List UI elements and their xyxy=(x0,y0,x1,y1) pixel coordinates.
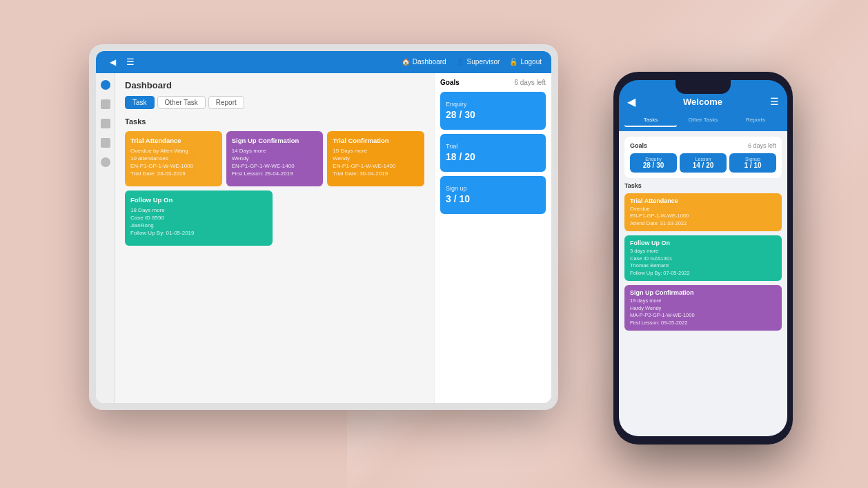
tab-report[interactable]: Report xyxy=(208,96,244,109)
tablet-topbar-left: ◀ ☰ xyxy=(106,55,135,69)
task-card-follow-up[interactable]: Follow Up On 18 Days more Case ID 8590 J… xyxy=(125,191,273,246)
phone-task-signup-confirmation[interactable]: Sign Up Confirmation 19 days more Hardy … xyxy=(624,285,782,331)
tablet-main-content: Dashboard Task Other Task Report Tasks T… xyxy=(115,73,434,403)
phone-screen: ◀ Welcome ☰ Tasks Other Tasks Reports Go… xyxy=(619,80,787,436)
phone-task-3-sub: 19 days more Hardy Wendy MA-P-P2-GP-1-W-… xyxy=(630,297,776,326)
card-sub-4: 18 Days more Case ID 8590 JianRong Follo… xyxy=(130,206,267,237)
goal-card-trial[interactable]: Trial 18 / 20 xyxy=(440,134,546,172)
goals-header: Goals 6 days left xyxy=(440,79,546,86)
supervisor-nav[interactable]: 👤 Supervisor xyxy=(456,58,500,66)
tab-other-task[interactable]: Other Task xyxy=(157,96,206,109)
user-icon: 👤 xyxy=(456,58,464,66)
dashboard-nav[interactable]: 🏠 Dashboard xyxy=(402,58,446,66)
phone-goal-enquiry[interactable]: Enquiry 28 / 30 xyxy=(630,153,677,173)
task-card-signup-confirmation[interactable]: Sign Up Confirmation 14 Days more Wendy … xyxy=(226,131,324,186)
phone-header-title: Welcome xyxy=(683,97,722,107)
card-title-2: Sign Up Confirmation xyxy=(232,137,318,144)
tab-row: Task Other Task Report xyxy=(125,96,424,109)
scene: ◀ ☰ 🏠 Dashboard 👤 Supervisor 🔓 Logout xyxy=(55,30,813,458)
logout-icon: 🔓 xyxy=(509,58,517,66)
goals-cards: Enquiry 28 / 30 Trial 18 / 20 Sign up 3 … xyxy=(440,92,546,214)
phone-task-follow-up[interactable]: Follow Up On 3 days more Case ID GZA1301… xyxy=(624,235,782,281)
task-card-trial-attendance[interactable]: Trial Attendance Overdue by Allen Wang 1… xyxy=(125,131,222,186)
logout-nav[interactable]: 🔓 Logout xyxy=(509,58,542,66)
tasks-label: Tasks xyxy=(125,117,424,126)
phone-back-icon[interactable]: ◀ xyxy=(627,95,635,108)
tablet-topbar: ◀ ☰ 🏠 Dashboard 👤 Supervisor 🔓 Logout xyxy=(96,51,551,73)
phone-tab-tasks[interactable]: Tasks xyxy=(624,114,677,127)
sidebar-icon-2[interactable] xyxy=(101,99,110,109)
card-sub-1: Overdue by Allen Wang 10 attendances EN-… xyxy=(130,147,217,178)
card-title-1: Trial Attendance xyxy=(130,137,217,144)
phone-task-trial-attendance[interactable]: Trial Attendance Overdue EN-P1-GP-1-W-WE… xyxy=(624,193,782,232)
app-logo: ◀ xyxy=(106,55,119,69)
card-sub-3: 15 Days more Wendy EN-P1-GP-1-W-WE-1400 … xyxy=(333,147,419,178)
phone-task-2-sub: 3 days more Case ID GZA1301 Thomas Berna… xyxy=(630,248,776,277)
phone-menu-icon[interactable]: ☰ xyxy=(770,96,779,107)
phone-tabs: Tasks Other Tasks Reports xyxy=(619,114,787,131)
phone-goal-signup[interactable]: Signup 1 / 10 xyxy=(729,153,776,173)
tablet-topbar-right: 🏠 Dashboard 👤 Supervisor 🔓 Logout xyxy=(402,58,542,66)
card-title-4: Follow Up On xyxy=(130,196,267,204)
card-sub-2: 14 Days more Wendy EN-P1-GP-1-W-WE-1400 … xyxy=(232,147,318,178)
tasks-grid-row1: Trial Attendance Overdue by Allen Wang 1… xyxy=(125,131,424,186)
tablet-sidebar xyxy=(96,73,115,403)
phone-tab-other-tasks[interactable]: Other Tasks xyxy=(677,114,729,127)
tablet-screen: ◀ ☰ 🏠 Dashboard 👤 Supervisor 🔓 Logout xyxy=(96,51,551,403)
phone-notch xyxy=(675,80,731,94)
tablet-goals-panel: Goals 6 days left Enquiry 28 / 30 Trial … xyxy=(434,73,551,403)
phone-body: Goals 6 days left Enquiry 28 / 30 Lesson… xyxy=(619,131,787,436)
menu-icon[interactable]: ☰ xyxy=(126,57,135,67)
phone-goal-lesson[interactable]: Lesson 14 / 20 xyxy=(680,153,727,173)
tasks-grid-row2: Follow Up On 18 Days more Case ID 8590 J… xyxy=(125,191,424,246)
phone-goals-section: Goals 6 days left Enquiry 28 / 30 Lesson… xyxy=(624,137,782,178)
card-title-3: Trial Confirmation xyxy=(333,137,419,144)
tablet-body: Dashboard Task Other Task Report Tasks T… xyxy=(96,73,551,403)
sidebar-icon-4[interactable] xyxy=(101,138,110,148)
sidebar-icon-3[interactable] xyxy=(101,119,110,128)
phone-device: ◀ Welcome ☰ Tasks Other Tasks Reports Go… xyxy=(613,72,793,445)
phone-task-1-sub: Overdue EN-P1-GP-1-W-WE-1000 Attend Date… xyxy=(630,206,776,228)
phone-tasks-label: Tasks xyxy=(624,182,782,189)
tab-task[interactable]: Task xyxy=(125,96,155,109)
task-card-trial-confirmation[interactable]: Trial Confirmation 15 Days more Wendy EN… xyxy=(327,131,424,186)
phone-tab-reports[interactable]: Reports xyxy=(729,114,782,127)
sidebar-icon-1[interactable] xyxy=(101,80,110,90)
goal-card-enquiry[interactable]: Enquiry 28 / 30 xyxy=(440,92,546,130)
phone-goals-row: Enquiry 28 / 30 Lesson 14 / 20 Signup 1 … xyxy=(630,153,776,173)
page-title: Dashboard xyxy=(125,80,424,90)
tablet-device: ◀ ☰ 🏠 Dashboard 👤 Supervisor 🔓 Logout xyxy=(89,44,558,410)
goal-card-signup[interactable]: Sign up 3 / 10 xyxy=(440,176,546,214)
home-icon: 🏠 xyxy=(402,58,410,66)
sidebar-icon-5[interactable] xyxy=(101,157,110,167)
phone-goals-header: Goals 6 days left xyxy=(630,142,776,149)
